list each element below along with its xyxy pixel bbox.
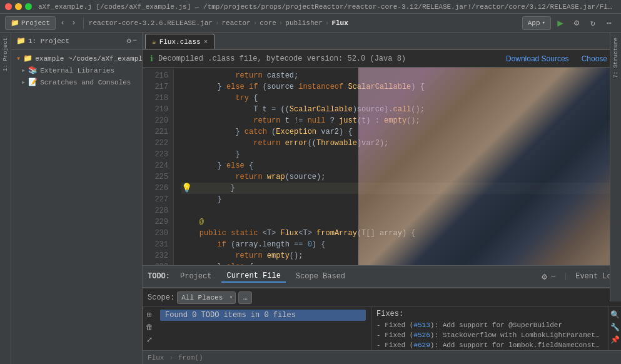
code-line-219: T t = ((ScalarCallable)source).call(); xyxy=(181,104,621,115)
choose-button[interactable]: Choose xyxy=(575,53,613,64)
scratch-icon: 📝 xyxy=(28,78,38,87)
tab-bar: ☕ Flux.class × xyxy=(143,33,621,50)
code-line-227: } xyxy=(181,194,621,205)
scope-dropdown[interactable]: All Places ▾ xyxy=(177,291,236,304)
sidebar-item-scratches[interactable]: ▸ 📝 Scratches and Consoles xyxy=(11,76,142,88)
library-icon: 📚 xyxy=(28,66,38,75)
tab-scope-based[interactable]: Scope Based xyxy=(291,271,350,282)
code-line-218: try { xyxy=(181,93,621,104)
minimize-button[interactable] xyxy=(15,3,22,10)
code-line-229-ann: @ xyxy=(181,216,621,228)
todo-panel: Scope: All Places ▾ … ⊞ xyxy=(143,288,621,350)
left-sidebar-stripe: 1: Project xyxy=(0,33,11,364)
code-line-232: } else { xyxy=(181,261,621,265)
folder-open-icon: ▾ xyxy=(16,54,21,63)
sync-icon[interactable]: ↻ xyxy=(586,16,600,30)
arrow-icon: › xyxy=(169,354,173,361)
download-sources-button[interactable]: Download Sources xyxy=(500,53,575,64)
bottom-toolbar: TODO: Project Current File Scope Based ⚙… xyxy=(143,265,621,288)
settings-icon[interactable]: ⚙ xyxy=(542,271,547,282)
info-banner-actions: Download Sources Choose xyxy=(500,53,613,64)
fix-item-1: - Fixed (#526): StackOverflow with Lombo… xyxy=(376,330,603,340)
scope-select: Scope: All Places ▾ … xyxy=(148,291,252,304)
fix-link-526[interactable]: #526 xyxy=(413,331,430,339)
run-button[interactable]: ▶ xyxy=(553,16,567,30)
delete-icon[interactable]: 🗑 xyxy=(144,322,154,332)
todo-content: ⊞ 🗑 ⤢ Found 0 TODO items in 0 files Fixe… xyxy=(143,307,621,350)
sidebar-item-external-libraries[interactable]: ▸ 📚 External Libraries xyxy=(11,64,142,76)
gear-icon[interactable]: ⚙ xyxy=(570,16,583,30)
tab-project[interactable]: Project xyxy=(175,271,216,282)
sidebar-header: 📁 1: Project ⚙ − xyxy=(11,33,142,50)
app-button[interactable]: App ▾ xyxy=(522,16,551,30)
search-icon[interactable]: 🔍 xyxy=(610,310,620,320)
nav-right-tools: App ▾ ▶ ⚙ ↻ ⋯ xyxy=(522,16,616,30)
fix-link-629[interactable]: #629 xyxy=(413,341,430,349)
fix-item-0: - Fixed (#513): Add support for @SuperBu… xyxy=(376,320,603,330)
window-controls xyxy=(5,3,32,10)
close-button[interactable] xyxy=(5,3,12,10)
sidebar-close-icon[interactable]: − xyxy=(133,36,137,46)
sidebar-settings-icon[interactable]: ⚙ xyxy=(127,36,131,46)
back-arrow[interactable]: ‹ xyxy=(58,18,67,28)
maximize-button[interactable] xyxy=(25,3,32,10)
scope-label: Scope: xyxy=(148,293,174,302)
fix-item-2: - Fixed (#629): Add support for lombok.f… xyxy=(376,340,603,350)
fixes-title: Fixes: xyxy=(376,310,603,318)
from-status: from() xyxy=(178,354,203,361)
code-line-225: return wrap(source); xyxy=(181,171,621,183)
code-content[interactable]: return casted; } else if (source instanc… xyxy=(174,68,621,265)
lightbulb-icon[interactable]: 💡 xyxy=(181,183,192,194)
code-line-229: public static <T> Flux<T> fromArray(T[] … xyxy=(181,228,621,239)
todo-list: Found 0 TODO items in 0 files xyxy=(155,307,371,350)
todo-label: TODO: xyxy=(148,272,170,281)
expand-icon[interactable]: ⤢ xyxy=(144,335,154,345)
bottom-tools: ⚙ − | Event Log xyxy=(542,271,616,282)
code-line-221: } catch (Exception var2) { xyxy=(181,126,621,138)
code-line-222: return error((Throwable)var2); xyxy=(181,138,621,149)
right-sidebar-stripe: 7: Structure xyxy=(610,33,621,301)
code-line-226: 💡 } xyxy=(181,183,621,194)
pin-icon[interactable]: 📌 xyxy=(610,335,620,345)
todo-side-icons: ⊞ 🗑 ⤢ xyxy=(143,307,155,350)
minimize-panel-icon[interactable]: − xyxy=(551,271,556,281)
tab-current-file[interactable]: Current File xyxy=(221,270,285,283)
tab-close-button[interactable]: × xyxy=(204,38,208,46)
project-sidebar: 📁 1: Project ⚙ − ▾ 📁 example ~/codes/aXf… xyxy=(11,33,143,364)
folder-collapsed-icon: ▸ xyxy=(21,66,26,75)
info-icon: ℹ xyxy=(150,54,153,64)
code-line-220: return t != null ? just(t) : empty(); xyxy=(181,115,621,126)
search-icon[interactable]: ⋯ xyxy=(602,16,616,30)
code-line-224: } else { xyxy=(181,160,621,171)
fix-link-513[interactable]: #513 xyxy=(413,321,430,329)
sidebar-tools: ⚙ − xyxy=(127,36,137,46)
code-editor[interactable]: 216 217 218 219 220 221 222 223 224 225 … xyxy=(143,68,621,265)
sidebar-item-example[interactable]: ▾ 📁 example ~/codes/aXf_example xyxy=(11,53,142,64)
project-button[interactable]: 📁 Project xyxy=(5,16,56,30)
forward-arrow[interactable]: › xyxy=(69,18,78,28)
code-line-231: return empty(); xyxy=(181,250,621,261)
todo-result: Found 0 TODO items in 0 files xyxy=(160,310,366,321)
filter-icon[interactable]: ⊞ xyxy=(144,310,154,320)
code-line-223: } xyxy=(181,149,621,160)
info-banner: ℹ Decompiled .class file, bytecode versi… xyxy=(143,50,621,68)
code-line-217: } else if (source instanceof ScalarCalla… xyxy=(181,81,621,93)
status-bar: Flux › from() xyxy=(143,350,621,364)
todo-fixes-panel: Fixes: - Fixed (#513): Add support for @… xyxy=(371,307,608,350)
chevron-down-icon: ▾ xyxy=(542,19,545,26)
code-line-228 xyxy=(181,205,621,216)
title-bar: aXf_example.j [/codes/aXf_example.js] — … xyxy=(0,0,621,14)
structure-stripe-label[interactable]: 7: Structure xyxy=(613,35,619,81)
java-file-icon: ☕ xyxy=(152,38,156,46)
nav-bar: 📁 Project ‹ › reactor-core-3.2.6.RELEASE… xyxy=(0,14,621,33)
scope-options-button[interactable]: … xyxy=(238,291,252,304)
todo-scope-bar: Scope: All Places ▾ … xyxy=(143,288,621,307)
editor-section: ☕ Flux.class × ℹ Decompiled .class file,… xyxy=(143,33,621,364)
wrench-icon[interactable]: 🔧 xyxy=(610,322,620,332)
tab-flux-class[interactable]: ☕ Flux.class × xyxy=(145,34,215,49)
project-folder-icon: 📁 xyxy=(23,54,33,63)
line-numbers: 216 217 218 219 220 221 222 223 224 225 … xyxy=(143,68,174,265)
todo-right-icons: 🔍 🔧 📌 xyxy=(608,307,621,350)
folder-icon: 📁 xyxy=(11,19,19,27)
project-stripe-label[interactable]: 1: Project xyxy=(3,35,9,74)
